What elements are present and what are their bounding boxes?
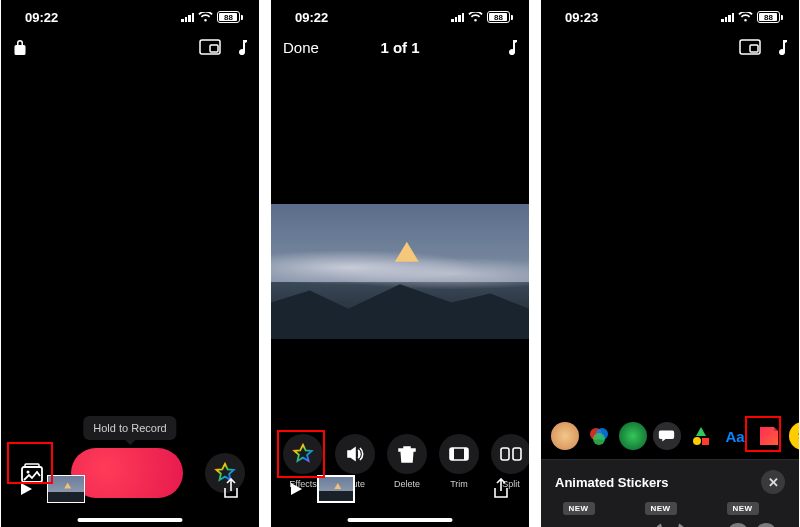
- svg-rect-3: [25, 464, 39, 467]
- screen-record: 09:22 88 Hold to Record: [1, 0, 259, 527]
- aspect-icon[interactable]: [739, 39, 761, 55]
- done-button[interactable]: Done: [283, 39, 319, 56]
- effect-text-icon[interactable]: Aa: [721, 422, 749, 450]
- close-button[interactable]: ✕: [761, 470, 785, 494]
- nav-bar: Done 1 of 1: [271, 30, 529, 64]
- music-icon[interactable]: [505, 39, 517, 55]
- wifi-icon: [198, 12, 213, 23]
- content-area: Effects Mute Delete Trim: [271, 64, 529, 527]
- effect-speech-icon[interactable]: [653, 422, 681, 450]
- stickers-grid: NEW NEW: [541, 496, 799, 527]
- music-icon[interactable]: [775, 39, 787, 55]
- content-area: Aa Animated Stickers ✕ NEW: [541, 64, 799, 527]
- svg-point-17: [693, 437, 701, 445]
- svg-rect-13: [750, 45, 758, 52]
- svg-point-29: [755, 523, 777, 527]
- timeline: [1, 475, 259, 503]
- timeline: [271, 475, 529, 503]
- aspect-icon[interactable]: [199, 39, 221, 55]
- status-right: 88: [721, 11, 783, 23]
- nav-bar: [541, 30, 799, 64]
- effect-stickers-icon[interactable]: [755, 422, 783, 450]
- battery-icon: 88: [217, 11, 243, 23]
- hold-to-record-tooltip: Hold to Record: [83, 416, 176, 440]
- effect-filters-icon[interactable]: [585, 422, 613, 450]
- status-bar: 09:23 88: [541, 0, 799, 30]
- svg-rect-18: [702, 438, 709, 445]
- home-indicator: [348, 518, 453, 522]
- sticker-dog[interactable]: NEW: [551, 502, 626, 527]
- signal-icon: [181, 12, 194, 22]
- panel-title: Animated Stickers: [555, 475, 668, 490]
- effect-memoji-icon[interactable]: [551, 422, 579, 450]
- home-indicator: [78, 518, 183, 522]
- effect-emoji-icon[interactable]: [789, 422, 799, 450]
- svg-point-27: [727, 523, 749, 527]
- clip-thumbnail[interactable]: [47, 475, 85, 503]
- status-bar: 09:22 88: [1, 0, 259, 30]
- effects-category-strip: Aa: [541, 422, 799, 450]
- svg-rect-6: [450, 448, 454, 460]
- svg-point-16: [593, 433, 605, 445]
- svg-rect-1: [210, 45, 218, 52]
- play-button[interactable]: [15, 478, 37, 500]
- signal-icon: [451, 12, 464, 22]
- effect-shapes-icon[interactable]: [687, 422, 715, 450]
- nav-bar: [1, 30, 259, 64]
- status-time: 09:23: [565, 10, 598, 25]
- svg-rect-7: [464, 448, 468, 460]
- status-bar: 09:22 88: [271, 0, 529, 30]
- screen-stickers: 09:23 88: [541, 0, 799, 527]
- wifi-icon: [468, 12, 483, 23]
- svg-rect-9: [513, 448, 521, 460]
- effect-color-icon[interactable]: [619, 422, 647, 450]
- new-badge: NEW: [645, 502, 677, 515]
- screen-edit: 09:22 88 Done 1 of 1: [271, 0, 529, 527]
- share-button[interactable]: [217, 475, 245, 503]
- status-right: 88: [181, 11, 243, 23]
- status-right: 88: [451, 11, 513, 23]
- content-area: Hold to Record: [1, 64, 259, 527]
- sticker-mouse[interactable]: NEW: [715, 502, 790, 527]
- svg-point-4: [27, 471, 30, 474]
- svg-rect-8: [501, 448, 509, 460]
- video-preview[interactable]: [271, 204, 529, 339]
- music-icon[interactable]: [235, 39, 247, 55]
- battery-icon: 88: [487, 11, 513, 23]
- new-badge: NEW: [563, 502, 595, 515]
- lock-icon: [13, 38, 27, 56]
- status-time: 09:22: [25, 10, 58, 25]
- signal-icon: [721, 12, 734, 22]
- wifi-icon: [738, 12, 753, 23]
- svg-point-19: [799, 433, 800, 436]
- status-time: 09:22: [295, 10, 328, 25]
- sticker-cat-ears[interactable]: NEW: [633, 502, 708, 527]
- play-button[interactable]: [285, 478, 307, 500]
- clip-thumbnail[interactable]: [317, 475, 355, 503]
- share-button[interactable]: [487, 475, 515, 503]
- new-badge: NEW: [727, 502, 759, 515]
- battery-icon: 88: [757, 11, 783, 23]
